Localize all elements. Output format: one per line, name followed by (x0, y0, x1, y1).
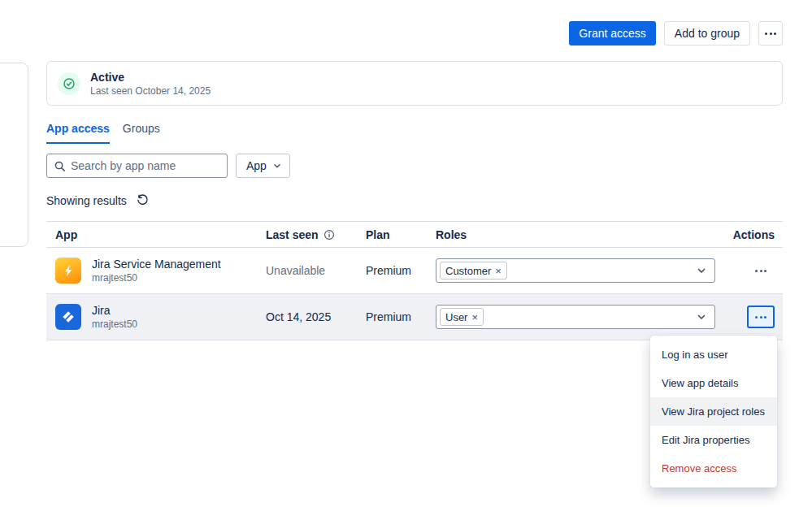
app-text: Jira mrajtest50 (92, 304, 137, 330)
status-subtitle: Last seen October 14, 2025 (90, 85, 211, 97)
toolbar: Grant access Add to group (569, 21, 783, 46)
more-actions-button[interactable] (758, 21, 783, 46)
jira-icon (55, 304, 81, 330)
table-header-actions: Actions (715, 228, 783, 241)
app-subtitle: mrajtest50 (92, 272, 221, 284)
status-title: Active (90, 71, 211, 84)
tabs: App access Groups (46, 122, 160, 144)
role-tag: Customer × (440, 262, 507, 280)
actions-cell (715, 259, 783, 282)
app-text: Jira Service Management mrajtest50 (92, 258, 221, 284)
app-filter-label: App (246, 159, 267, 172)
table-row-jsm: Jira Service Management mrajtest50 Unava… (46, 248, 783, 294)
menu-item-view-app-details[interactable]: View app details (650, 369, 777, 397)
table-header-roles: Roles (436, 228, 715, 241)
app-subtitle: mrajtest50 (92, 318, 137, 330)
remove-tag-icon[interactable]: × (471, 312, 478, 323)
roles-select[interactable]: Customer × (436, 258, 715, 283)
table-row-jira: Jira mrajtest50 Oct 14, 2025 Premium Use… (46, 294, 783, 340)
user-access-page: Grant access Add to group Active Last se… (0, 0, 812, 507)
row-actions-button-open[interactable] (747, 306, 775, 328)
menu-item-edit-jira-properties[interactable]: Edit Jira properties (650, 426, 777, 454)
row-actions-dots-icon (755, 316, 766, 318)
menu-item-log-in-as-user[interactable]: Log in as user (650, 340, 777, 369)
info-icon[interactable] (323, 229, 335, 240)
table-header-row: App Last seen Plan Roles Actions (46, 221, 783, 248)
tab-app-access[interactable]: App access (46, 122, 110, 144)
app-cell: Jira Service Management mrajtest50 (46, 258, 266, 284)
plan-cell: Premium (366, 310, 436, 323)
last-seen-cell: Unavailable (266, 264, 366, 277)
tab-groups[interactable]: Groups (123, 122, 160, 144)
filter-row: App (46, 154, 290, 178)
app-filter-dropdown[interactable]: App (236, 154, 290, 178)
search-icon (54, 160, 66, 172)
app-name[interactable]: Jira Service Management (92, 258, 221, 271)
refresh-icon[interactable] (135, 193, 150, 208)
table-header-last-seen: Last seen (266, 228, 366, 241)
chevron-down-icon (695, 310, 708, 323)
left-panel-edge (0, 63, 28, 247)
app-cell: Jira mrajtest50 (46, 304, 266, 330)
actions-cell (715, 306, 783, 328)
status-card: Active Last seen October 14, 2025 (46, 61, 783, 106)
role-tag-label: User (445, 311, 467, 323)
roles-cell: Customer × (436, 258, 715, 283)
menu-item-view-jira-project-roles[interactable]: View Jira project roles (650, 397, 777, 426)
row-actions-context-menu: Log in as user View app details View Jir… (650, 336, 777, 488)
search-box[interactable] (46, 154, 228, 178)
table-header-plan: Plan (366, 228, 436, 241)
roles-cell: User × (436, 305, 715, 329)
jira-service-management-icon (55, 258, 81, 284)
row-actions-button[interactable] (747, 259, 775, 282)
status-text: Active Last seen October 14, 2025 (90, 71, 211, 97)
menu-item-remove-access[interactable]: Remove access (650, 454, 777, 483)
row-actions-dots-icon (755, 270, 766, 272)
chevron-down-icon (695, 264, 708, 277)
more-dots-icon (765, 32, 776, 35)
grant-access-button[interactable]: Grant access (569, 21, 655, 46)
apps-table: App Last seen Plan Roles Actions Jira Se… (46, 221, 783, 340)
plan-cell: Premium (366, 264, 436, 277)
role-tag: User × (440, 308, 484, 326)
showing-results-row: Showing results (46, 193, 150, 208)
last-seen-cell: Oct 14, 2025 (266, 310, 366, 323)
app-name[interactable]: Jira (92, 304, 137, 317)
remove-tag-icon[interactable]: × (495, 266, 502, 276)
roles-select[interactable]: User × (436, 305, 715, 329)
add-to-group-button[interactable]: Add to group (664, 21, 750, 46)
showing-results-label: Showing results (46, 194, 127, 207)
chevron-down-icon (271, 160, 283, 171)
table-header-app: App (46, 228, 266, 241)
role-tag-label: Customer (445, 265, 491, 277)
check-circle-icon (58, 72, 80, 95)
search-input[interactable] (71, 159, 220, 172)
last-seen-header-label: Last seen (266, 228, 319, 241)
